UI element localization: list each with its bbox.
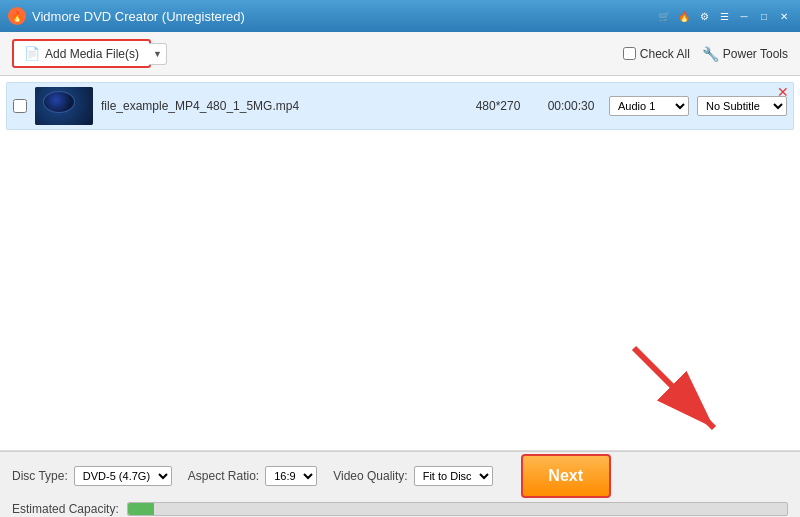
app-logo: 🔥 [8, 7, 26, 25]
thumbnail-image [35, 87, 93, 125]
file-row: file_example_MP4_480_1_5MG.mp4 480*270 0… [6, 82, 794, 130]
add-media-button[interactable]: 📄 Add Media File(s) [12, 39, 151, 68]
bottom-row1: Disc Type: DVD-5 (4.7G) DVD-9 (8.5G) Blu… [12, 454, 788, 498]
file-name: file_example_MP4_480_1_5MG.mp4 [101, 99, 455, 113]
disc-type-label: Disc Type: [12, 469, 68, 483]
check-all-label[interactable]: Check All [623, 47, 690, 61]
aspect-ratio-field: Aspect Ratio: 16:9 4:3 [188, 466, 317, 486]
disc-type-field: Disc Type: DVD-5 (4.7G) DVD-9 (8.5G) Blu… [12, 466, 172, 486]
settings-icon[interactable]: ⚙ [696, 8, 712, 24]
aspect-ratio-select[interactable]: 16:9 4:3 [265, 466, 317, 486]
menu-icon[interactable]: ☰ [716, 8, 732, 24]
file-thumbnail [35, 87, 93, 125]
add-file-icon: 📄 [24, 46, 40, 61]
power-tools-label: Power Tools [723, 47, 788, 61]
file-duration: 00:00:30 [541, 99, 601, 113]
file-delete-button[interactable]: ✕ [777, 85, 789, 99]
check-all-checkbox[interactable] [623, 47, 636, 60]
window-maximize-btn[interactable]: □ [756, 8, 772, 24]
minimize-button[interactable]: 🛒 [656, 8, 672, 24]
file-resolution: 480*270 [463, 99, 533, 113]
app-wrapper: 🔥 Vidmore DVD Creator (Unregistered) 🛒 🔥… [0, 0, 800, 517]
capacity-bar: 0.5GB 1GB 1.5GB 2GB 2.5GB 3GB 3.5GB 4GB … [127, 502, 788, 516]
wrench-icon: 🔧 [702, 46, 719, 62]
title-bar: 🔥 Vidmore DVD Creator (Unregistered) 🛒 🔥… [0, 0, 800, 32]
aspect-ratio-label: Aspect Ratio: [188, 469, 259, 483]
video-quality-select[interactable]: Fit to Disc High Medium Low [414, 466, 493, 486]
disc-type-select[interactable]: DVD-5 (4.7G) DVD-9 (8.5G) Blu-ray 25G Bl… [74, 466, 172, 486]
capacity-label: Estimated Capacity: [12, 502, 119, 516]
bottom-row2: Estimated Capacity: 0.5GB 1GB 1.5GB 2GB … [12, 502, 788, 516]
toolbar-right: Check All 🔧 Power Tools [623, 46, 788, 62]
main-content: file_example_MP4_480_1_5MG.mp4 480*270 0… [0, 76, 800, 451]
toolbar: 📄 Add Media File(s) ▼ Check All 🔧 Power … [0, 32, 800, 76]
file-checkbox[interactable] [13, 99, 27, 113]
add-media-label: Add Media File(s) [45, 47, 139, 61]
check-all-text: Check All [640, 47, 690, 61]
add-media-dropdown[interactable]: ▼ [149, 43, 167, 65]
flame-icon: 🔥 [676, 8, 692, 24]
video-quality-field: Video Quality: Fit to Disc High Medium L… [333, 466, 493, 486]
file-audio-select[interactable]: Audio 1 Audio 2 [609, 96, 689, 116]
power-tools-button[interactable]: 🔧 Power Tools [702, 46, 788, 62]
file-subtitle-select[interactable]: No Subtitle Add Subtitle [697, 96, 787, 116]
window-controls: 🛒 🔥 ⚙ ☰ ─ □ ✕ [656, 8, 792, 24]
bottom-bar: Disc Type: DVD-5 (4.7G) DVD-9 (8.5G) Blu… [0, 451, 800, 517]
window-minimize-btn[interactable]: ─ [736, 8, 752, 24]
window-close-btn[interactable]: ✕ [776, 8, 792, 24]
video-quality-label: Video Quality: [333, 469, 408, 483]
next-button[interactable]: Next [521, 454, 611, 498]
app-title: Vidmore DVD Creator (Unregistered) [32, 9, 656, 24]
capacity-fill [128, 503, 154, 515]
